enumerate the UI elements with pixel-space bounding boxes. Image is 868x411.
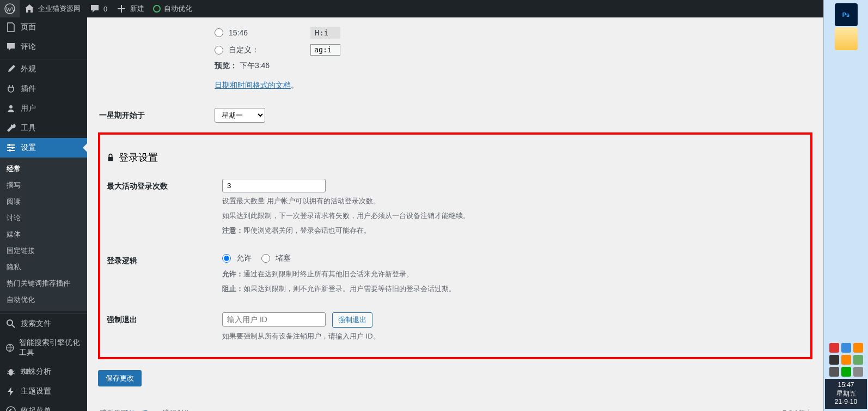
sidebar-item-settings[interactable]: 设置 (0, 138, 87, 158)
tray-icon-7[interactable] (829, 367, 839, 377)
max-logins-desc3-prefix: 注意： (222, 226, 243, 234)
submenu-discussion[interactable]: 讨论 (0, 210, 87, 226)
time-format-code-hi: H:i (310, 27, 340, 39)
wp-logo-item[interactable] (0, 0, 20, 17)
main-content: 15:46 H:i 自定义： 预览： 下午3:46 日期和时间格式的文档。 一星… (87, 17, 823, 411)
user-icon (5, 103, 16, 114)
collapse-icon (5, 406, 16, 411)
sidebar-item-search-files[interactable]: 搜索文件 (0, 314, 87, 334)
allow-desc-prefix: 允许： (222, 270, 243, 278)
sidebar-item-plugins[interactable]: 插件 (0, 79, 87, 99)
photoshop-icon[interactable]: Ps (835, 3, 858, 26)
auto-optimize-item[interactable]: 自动优化 (149, 0, 197, 17)
sidebar-item-seo-tools[interactable]: 智能搜索引擎优化工具 (0, 334, 87, 362)
preview-value: 下午3:46 (240, 61, 270, 70)
max-logins-desc2: 如果达到此限制，下一次登录请求将失败，用户必须从一台设备注销才能继续。 (222, 210, 798, 222)
max-logins-label: 最大活动登录次数 (107, 171, 216, 244)
sidebar-item-users[interactable]: 用户 (0, 99, 87, 118)
block-desc-prefix: 阻止： (222, 285, 243, 293)
comments-count: 0 (103, 5, 107, 13)
force-logout-desc: 如果要强制从所有设备注销用户，请输入用户 ID。 (222, 331, 798, 342)
submenu-permalinks[interactable]: 固定链接 (0, 243, 87, 259)
force-logout-label: 强制退出 (107, 304, 216, 350)
svg-point-1 (9, 105, 13, 108)
tray-icon-4[interactable] (829, 355, 839, 365)
page-icon (5, 22, 16, 33)
comment-icon (89, 3, 100, 14)
force-logout-button[interactable]: 强制退出 (332, 312, 372, 328)
circle-icon (153, 5, 161, 13)
week-start-select[interactable]: 星期一 (215, 108, 265, 123)
max-logins-desc3: 即使浏览器关闭，登录会话也可能存在。 (243, 226, 371, 234)
tray-icon-5[interactable] (841, 355, 851, 365)
max-logins-desc1: 设置最大数量 用户帐户可以拥有的活动登录次数。 (222, 196, 798, 207)
lock-icon (106, 153, 115, 162)
submenu-media[interactable]: 媒体 (0, 226, 87, 243)
login-logic-allow-radio[interactable] (222, 254, 231, 263)
sidebar-item-pages[interactable]: 页面 (0, 17, 87, 37)
submenu-general[interactable]: 经常 (0, 161, 87, 177)
submenu-hot-keywords[interactable]: 热门关键词推荐插件 (0, 275, 87, 292)
login-logic-label: 登录逻辑 (107, 245, 216, 303)
admin-sidebar: 页面 评论 外观 插件 用户 工具 设置 经常 撰写 阅读 讨论 媒体 固定链接… (0, 17, 87, 411)
time-format-label-1546: 15:46 (229, 28, 289, 37)
sidebar-item-spider[interactable]: 蜘蛛分析 (0, 362, 87, 382)
time-format-label-custom: 自定义： (229, 45, 289, 55)
sliders-icon (5, 142, 16, 153)
plus-icon (116, 3, 127, 14)
comments-item[interactable]: 0 (85, 0, 112, 17)
auto-opt-label: 自动优化 (164, 4, 192, 14)
wordpress-icon (4, 3, 15, 14)
submenu-privacy[interactable]: 隐私 (0, 259, 87, 275)
login-logic-block-label: 堵塞 (276, 253, 291, 263)
tray-clock[interactable]: 15:47 星期五 21-9-10 (825, 379, 867, 409)
sidebar-item-tools[interactable]: 工具 (0, 118, 87, 138)
preview-label: 预览： (215, 61, 237, 70)
version-text: 5.8.1版本 (783, 408, 812, 411)
datetime-doc-link[interactable]: 日期和时间格式的文档 (215, 81, 291, 89)
speaker-icon[interactable] (853, 367, 863, 377)
site-name-item[interactable]: 企业猫资源网 (20, 0, 85, 17)
time-format-radio-custom[interactable] (215, 46, 223, 55)
submenu-writing[interactable]: 撰写 (0, 177, 87, 194)
comment-icon (5, 41, 16, 52)
tray-icon-1[interactable] (829, 343, 839, 353)
sidebar-item-theme-settings[interactable]: 主题设置 (0, 382, 87, 401)
admin-bar: 企业猫资源网 0 新建 自动优化 你好，皇城 (0, 0, 868, 17)
brush-icon (5, 64, 16, 75)
submenu-auto-opt[interactable]: 自动优化 (0, 292, 87, 308)
login-settings-highlight: 登录设置 最大活动登录次数 设置最大数量 用户帐户可以拥有的活动登录次数。 如果… (98, 132, 812, 359)
tray-icon-8[interactable] (841, 367, 851, 377)
sidebar-item-appearance[interactable]: 外观 (0, 59, 87, 79)
week-start-label: 一星期开始于 (99, 100, 208, 131)
save-button[interactable]: 保存更改 (98, 370, 142, 386)
time-format-radio-1546[interactable] (215, 28, 223, 37)
sidebar-collapse[interactable]: 收起菜单 (0, 401, 87, 411)
settings-submenu: 经常 撰写 阅读 讨论 媒体 固定链接 隐私 热门关键词推荐插件 自动优化 (0, 158, 87, 311)
search-icon (5, 318, 16, 329)
svg-rect-9 (108, 157, 113, 161)
submenu-reading[interactable]: 阅读 (0, 194, 87, 210)
time-format-custom-input[interactable] (310, 44, 340, 56)
tray-icon-6[interactable] (853, 355, 863, 365)
folder-icon[interactable] (835, 27, 858, 50)
sidebar-item-comments[interactable]: 评论 (0, 37, 87, 57)
force-logout-input[interactable] (222, 312, 326, 327)
svg-point-4 (9, 149, 11, 152)
login-logic-allow-label: 允许 (236, 253, 252, 263)
wordpress-link[interactable]: WordPress (126, 409, 161, 411)
new-item[interactable]: 新建 (112, 0, 149, 17)
windows-taskbar: Ps (823, 0, 868, 390)
allow-desc: 通过在达到限制时终止所有其他旧会话来允许新登录。 (243, 270, 413, 278)
svg-point-2 (8, 144, 10, 146)
site-name: 企业猫资源网 (38, 4, 81, 14)
globe-icon (5, 342, 15, 353)
wrench-icon (5, 123, 16, 134)
plug-icon (5, 83, 16, 94)
bolt-icon (5, 386, 16, 397)
tray-icon-3[interactable] (853, 343, 863, 353)
login-logic-block-radio[interactable] (261, 254, 270, 263)
svg-point-3 (11, 147, 14, 149)
max-logins-input[interactable] (222, 179, 326, 192)
tray-icon-2[interactable] (841, 343, 851, 353)
